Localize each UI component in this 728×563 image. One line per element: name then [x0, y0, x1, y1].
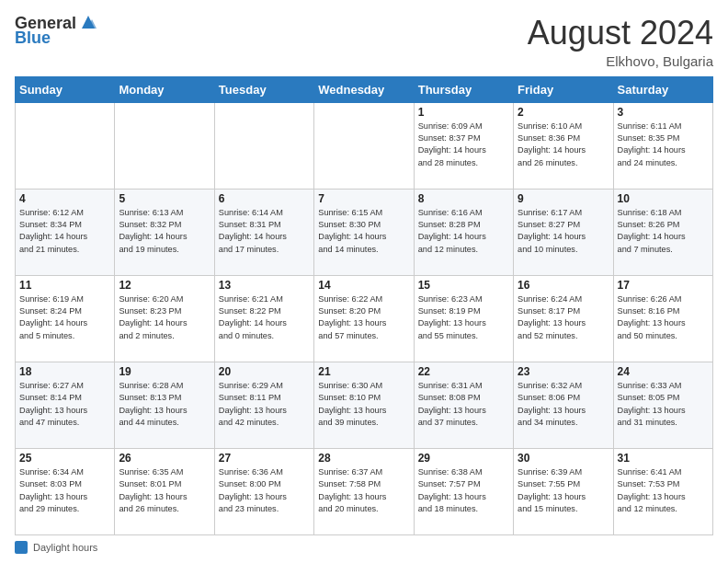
calendar-day-header: Sunday [16, 76, 115, 102]
day-detail: Sunrise: 6:30 AM Sunset: 8:10 PM Dayligh… [318, 381, 386, 427]
day-number: 23 [518, 365, 609, 378]
day-detail: Sunrise: 6:38 AM Sunset: 7:57 PM Dayligh… [418, 467, 486, 513]
day-number: 29 [418, 452, 509, 465]
calendar-cell: 19Sunrise: 6:28 AM Sunset: 8:13 PM Dayli… [115, 362, 214, 448]
title-block: August 2024 Elkhovo, Bulgaria [528, 15, 713, 69]
calendar-day-header: Friday [514, 76, 613, 102]
calendar-day-header: Tuesday [214, 76, 313, 102]
calendar-cell: 13Sunrise: 6:21 AM Sunset: 8:22 PM Dayli… [214, 275, 313, 362]
day-number: 26 [119, 452, 210, 465]
calendar-cell: 22Sunrise: 6:31 AM Sunset: 8:08 PM Dayli… [414, 362, 513, 448]
day-number: 19 [119, 365, 210, 378]
calendar-cell: 4Sunrise: 6:12 AM Sunset: 8:34 PM Daylig… [16, 189, 115, 275]
day-detail: Sunrise: 6:24 AM Sunset: 8:17 PM Dayligh… [518, 294, 586, 340]
calendar-cell: 18Sunrise: 6:27 AM Sunset: 8:14 PM Dayli… [16, 362, 115, 448]
day-number: 27 [219, 452, 310, 465]
day-detail: Sunrise: 6:39 AM Sunset: 7:55 PM Dayligh… [518, 467, 586, 513]
daylight-label: Daylight hours [33, 542, 97, 553]
day-detail: Sunrise: 6:37 AM Sunset: 7:58 PM Dayligh… [318, 467, 386, 513]
daylight-icon [15, 541, 28, 554]
day-number: 10 [618, 192, 709, 205]
calendar-header-row: SundayMondayTuesdayWednesdayThursdayFrid… [16, 76, 713, 102]
day-number: 9 [518, 192, 609, 205]
calendar-cell: 31Sunrise: 6:41 AM Sunset: 7:53 PM Dayli… [613, 448, 712, 534]
day-detail: Sunrise: 6:16 AM Sunset: 8:28 PM Dayligh… [418, 208, 486, 254]
day-number: 16 [518, 279, 609, 292]
calendar-cell: 12Sunrise: 6:20 AM Sunset: 8:23 PM Dayli… [115, 275, 214, 362]
calendar-week-row: 1Sunrise: 6:09 AM Sunset: 8:37 PM Daylig… [16, 102, 713, 189]
calendar-cell: 1Sunrise: 6:09 AM Sunset: 8:37 PM Daylig… [414, 102, 513, 189]
day-number: 5 [119, 192, 210, 205]
day-detail: Sunrise: 6:41 AM Sunset: 7:53 PM Dayligh… [618, 467, 686, 513]
day-number: 3 [618, 106, 709, 119]
day-detail: Sunrise: 6:34 AM Sunset: 8:03 PM Dayligh… [19, 467, 87, 513]
calendar-cell: 10Sunrise: 6:18 AM Sunset: 8:26 PM Dayli… [613, 189, 712, 275]
calendar-day-header: Saturday [613, 76, 712, 102]
day-detail: Sunrise: 6:09 AM Sunset: 8:37 PM Dayligh… [418, 121, 486, 167]
day-number: 2 [518, 106, 609, 119]
day-number: 28 [318, 452, 409, 465]
calendar-day-header: Thursday [414, 76, 513, 102]
day-number: 22 [418, 365, 509, 378]
day-detail: Sunrise: 6:29 AM Sunset: 8:11 PM Dayligh… [219, 381, 287, 427]
day-number: 1 [418, 106, 509, 119]
calendar-week-row: 4Sunrise: 6:12 AM Sunset: 8:34 PM Daylig… [16, 189, 713, 275]
day-number: 25 [19, 452, 110, 465]
day-detail: Sunrise: 6:23 AM Sunset: 8:19 PM Dayligh… [418, 294, 486, 340]
calendar-cell: 25Sunrise: 6:34 AM Sunset: 8:03 PM Dayli… [16, 448, 115, 534]
day-number: 4 [19, 192, 110, 205]
calendar-cell: 8Sunrise: 6:16 AM Sunset: 8:28 PM Daylig… [414, 189, 513, 275]
day-detail: Sunrise: 6:10 AM Sunset: 8:36 PM Dayligh… [518, 121, 586, 167]
calendar-cell: 11Sunrise: 6:19 AM Sunset: 8:24 PM Dayli… [16, 275, 115, 362]
calendar-cell: 6Sunrise: 6:14 AM Sunset: 8:31 PM Daylig… [214, 189, 313, 275]
calendar-cell: 3Sunrise: 6:11 AM Sunset: 8:35 PM Daylig… [613, 102, 712, 189]
calendar-cell: 7Sunrise: 6:15 AM Sunset: 8:30 PM Daylig… [314, 189, 414, 275]
day-detail: Sunrise: 6:11 AM Sunset: 8:35 PM Dayligh… [618, 121, 686, 167]
calendar-cell: 29Sunrise: 6:38 AM Sunset: 7:57 PM Dayli… [414, 448, 513, 534]
day-detail: Sunrise: 6:31 AM Sunset: 8:08 PM Dayligh… [418, 381, 486, 427]
day-detail: Sunrise: 6:36 AM Sunset: 8:00 PM Dayligh… [219, 467, 287, 513]
day-detail: Sunrise: 6:13 AM Sunset: 8:32 PM Dayligh… [119, 208, 187, 254]
calendar-cell [214, 102, 313, 189]
day-number: 14 [318, 279, 409, 292]
day-detail: Sunrise: 6:22 AM Sunset: 8:20 PM Dayligh… [318, 294, 386, 340]
calendar-week-row: 11Sunrise: 6:19 AM Sunset: 8:24 PM Dayli… [16, 275, 713, 362]
day-number: 24 [618, 365, 709, 378]
calendar-cell: 30Sunrise: 6:39 AM Sunset: 7:55 PM Dayli… [514, 448, 613, 534]
day-number: 20 [219, 365, 310, 378]
logo-icon [78, 12, 98, 32]
day-detail: Sunrise: 6:21 AM Sunset: 8:22 PM Dayligh… [219, 294, 287, 340]
calendar-table: SundayMondayTuesdayWednesdayThursdayFrid… [15, 76, 713, 535]
day-detail: Sunrise: 6:12 AM Sunset: 8:34 PM Dayligh… [19, 208, 87, 254]
month-title: August 2024 [528, 15, 713, 52]
day-number: 8 [418, 192, 509, 205]
calendar-cell: 20Sunrise: 6:29 AM Sunset: 8:11 PM Dayli… [214, 362, 313, 448]
calendar-week-row: 18Sunrise: 6:27 AM Sunset: 8:14 PM Dayli… [16, 362, 713, 448]
calendar-cell: 16Sunrise: 6:24 AM Sunset: 8:17 PM Dayli… [514, 275, 613, 362]
calendar-cell: 17Sunrise: 6:26 AM Sunset: 8:16 PM Dayli… [613, 275, 712, 362]
calendar-cell: 2Sunrise: 6:10 AM Sunset: 8:36 PM Daylig… [514, 102, 613, 189]
day-detail: Sunrise: 6:35 AM Sunset: 8:01 PM Dayligh… [119, 467, 187, 513]
calendar-cell: 21Sunrise: 6:30 AM Sunset: 8:10 PM Dayli… [314, 362, 414, 448]
day-number: 15 [418, 279, 509, 292]
day-detail: Sunrise: 6:15 AM Sunset: 8:30 PM Dayligh… [318, 208, 386, 254]
day-detail: Sunrise: 6:28 AM Sunset: 8:13 PM Dayligh… [119, 381, 187, 427]
logo: General Blue [15, 15, 98, 48]
calendar-cell: 27Sunrise: 6:36 AM Sunset: 8:00 PM Dayli… [214, 448, 313, 534]
day-number: 7 [318, 192, 409, 205]
calendar-cell: 15Sunrise: 6:23 AM Sunset: 8:19 PM Dayli… [414, 275, 513, 362]
header: General Blue August 2024 Elkhovo, Bulgar… [15, 15, 713, 69]
calendar-cell: 26Sunrise: 6:35 AM Sunset: 8:01 PM Dayli… [115, 448, 214, 534]
day-number: 30 [518, 452, 609, 465]
day-number: 31 [618, 452, 709, 465]
calendar-cell [314, 102, 414, 189]
footer: Daylight hours [15, 541, 713, 554]
day-detail: Sunrise: 6:33 AM Sunset: 8:05 PM Dayligh… [618, 381, 686, 427]
calendar-cell [16, 102, 115, 189]
day-number: 17 [618, 279, 709, 292]
day-number: 13 [219, 279, 310, 292]
location: Elkhovo, Bulgaria [528, 53, 713, 69]
logo-blue-text: Blue [15, 29, 51, 48]
page: General Blue August 2024 Elkhovo, Bulgar… [0, 0, 728, 563]
day-number: 11 [19, 279, 110, 292]
